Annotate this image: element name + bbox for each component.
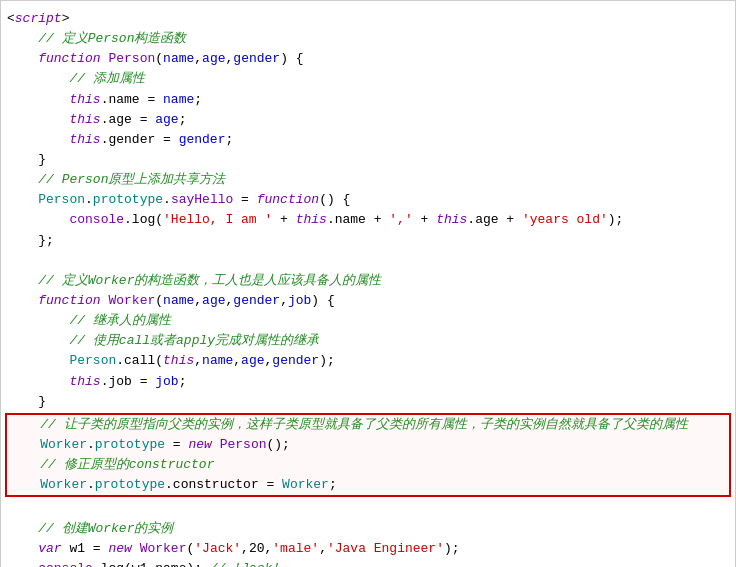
line-8: } <box>5 150 731 170</box>
line-25 <box>5 498 731 518</box>
line-15: function Worker(name,age,gender,job) { <box>5 291 731 311</box>
line-24: Worker.prototype.constructor = Worker; <box>7 475 729 495</box>
line-7: this.gender = gender; <box>5 130 731 150</box>
line-21: // 让子类的原型指向父类的实例，这样子类原型就具备了父类的所有属性，子类的实例… <box>7 415 729 435</box>
line-2: // 定义Person构造函数 <box>5 29 731 49</box>
line-12: }; <box>5 231 731 251</box>
line-3: function Person(name,age,gender) { <box>5 49 731 69</box>
line-9: // Person原型上添加共享方法 <box>5 170 731 190</box>
line-18: Person.call(this,name,age,gender); <box>5 351 731 371</box>
line-27: var w1 = new Worker('Jack',20,'male','Ja… <box>5 539 731 559</box>
line-14: // 定义Worker的构造函数，工人也是人应该具备人的属性 <box>5 271 731 291</box>
line-19: this.job = job; <box>5 372 731 392</box>
line-11: console.log('Hello, I am ' + this.name +… <box>5 210 731 230</box>
highlight-block-1: // 让子类的原型指向父类的实例，这样子类原型就具备了父类的所有属性，子类的实例… <box>5 413 731 498</box>
line-16: // 继承人的属性 <box>5 311 731 331</box>
line-26: // 创建Worker的实例 <box>5 519 731 539</box>
line-22: Worker.prototype = new Person(); <box>7 435 729 455</box>
line-28: console.log(w1.name); // 'Jack' <box>5 559 731 567</box>
line-20: } <box>5 392 731 412</box>
line-1: <script> <box>5 9 731 29</box>
line-17: // 使用call或者apply完成对属性的继承 <box>5 331 731 351</box>
line-4: // 添加属性 <box>5 69 731 89</box>
line-6: this.age = age; <box>5 110 731 130</box>
line-10: Person.prototype.sayHello = function() { <box>5 190 731 210</box>
line-5: this.name = name; <box>5 90 731 110</box>
line-13 <box>5 251 731 271</box>
line-23: // 修正原型的constructor <box>7 455 729 475</box>
code-editor: <script> // 定义Person构造函数 function Person… <box>0 0 736 567</box>
